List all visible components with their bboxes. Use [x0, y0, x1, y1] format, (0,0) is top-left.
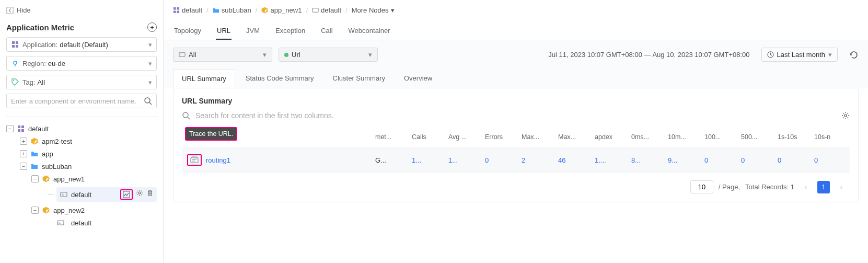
env-icon — [56, 219, 65, 227]
breadcrumb-item[interactable]: subLuban — [213, 6, 251, 14]
cell-apdex[interactable]: 1.... — [592, 154, 628, 166]
breadcrumb-more-nodes[interactable]: More Nodes ▾ — [352, 6, 395, 14]
tree-node-app-new2[interactable]: − app_new2 — [6, 204, 157, 216]
panel-search-placeholder[interactable]: Search for content in the first two colu… — [195, 111, 836, 120]
tree-node-apm2-test[interactable]: + apm2-test — [6, 135, 157, 147]
region-icon — [11, 59, 19, 67]
tab-call[interactable]: Call — [320, 22, 333, 40]
tree-node-subluban[interactable]: − subLuban — [6, 160, 157, 173]
tree-label: default — [71, 191, 91, 199]
svg-rect-15 — [57, 221, 64, 225]
collapse-icon[interactable]: − — [31, 175, 39, 182]
application-value: default (Default) — [60, 41, 148, 49]
cell-1s[interactable]: 0 — [774, 154, 811, 166]
col-apdex: apdex — [592, 131, 628, 143]
breadcrumb-item[interactable]: default — [312, 6, 341, 14]
cell-max1[interactable]: 2 — [518, 154, 555, 166]
add-metric-button[interactable]: + — [147, 22, 157, 32]
table-row: Trace the URL. routing1 G... 1... 1... 0… — [182, 147, 850, 173]
collapse-icon[interactable]: − — [31, 207, 39, 214]
time-picker[interactable]: Last Last month ▾ — [761, 48, 838, 62]
application-label: Application: — [22, 41, 57, 49]
cell-errors[interactable]: 0 — [482, 154, 518, 166]
col-avg: Avg ... — [445, 131, 482, 143]
svg-point-5 — [14, 61, 17, 64]
tree-label: subLuban — [42, 163, 72, 170]
breadcrumb-item[interactable]: default — [173, 6, 202, 14]
svg-point-24 — [844, 115, 847, 117]
trace-tooltip: Trace the URL. — [185, 127, 237, 141]
settings-button[interactable] — [136, 189, 143, 200]
breadcrumb-item[interactable]: app_new1 — [261, 6, 302, 14]
tab-webcontainer[interactable]: Webcontainer — [348, 22, 391, 40]
metric-select[interactable]: Url ▾ — [279, 48, 378, 62]
svg-point-23 — [183, 112, 188, 118]
prev-page-button[interactable]: ‹ — [800, 181, 812, 193]
cube-icon — [42, 175, 50, 183]
tree-node-default[interactable]: − default — [6, 122, 157, 135]
cell-10ms[interactable]: 9... — [665, 154, 701, 166]
tree-node-env-default-selected[interactable]: default — [6, 185, 157, 204]
tree-node-app[interactable]: + app — [6, 147, 157, 160]
breadcrumb-label: default — [321, 6, 341, 14]
cube-icon — [30, 137, 39, 145]
region-select[interactable]: Region: eu-de ▾ — [6, 56, 157, 71]
cell-500ms[interactable]: 0 — [738, 154, 774, 166]
collapse-icon[interactable]: − — [20, 163, 27, 170]
svg-rect-12 — [61, 192, 67, 197]
tree-node-app-new1[interactable]: − app_new1 — [6, 173, 157, 185]
env-icon — [60, 190, 68, 199]
divider — [6, 117, 157, 117]
page-size-input[interactable] — [690, 180, 713, 193]
cell-max2[interactable]: 46 — [555, 154, 592, 166]
svg-rect-11 — [21, 129, 24, 132]
tab-url[interactable]: URL — [216, 22, 232, 40]
trace-url-button[interactable] — [187, 154, 202, 166]
trace-icon — [190, 156, 199, 164]
svg-rect-0 — [7, 7, 13, 13]
subtab-overview[interactable]: Overview — [396, 69, 441, 88]
chevron-down-icon: ▾ — [828, 51, 832, 59]
cell-0ms[interactable]: 8... — [628, 154, 665, 166]
col-10ms: 10m... — [665, 131, 701, 143]
tab-topology[interactable]: Topology — [173, 22, 202, 40]
expand-icon[interactable]: + — [20, 150, 27, 157]
folder-icon — [213, 7, 219, 14]
svg-point-14 — [138, 192, 141, 194]
separator: / — [256, 6, 258, 14]
tag-label: Tag: — [22, 78, 36, 86]
view-topology-button[interactable] — [120, 189, 133, 200]
tag-select[interactable]: Tag: All ▾ — [6, 75, 157, 89]
refresh-icon — [849, 50, 859, 60]
tag-icon — [11, 78, 19, 86]
current-page[interactable]: 1 — [817, 181, 830, 193]
refresh-button[interactable] — [849, 50, 859, 60]
separator: / — [345, 6, 348, 14]
subtab-status-code[interactable]: Status Code Summary — [237, 69, 322, 88]
table-settings-button[interactable] — [841, 111, 850, 120]
cell-avg[interactable]: 1... — [445, 154, 482, 166]
cell-calls[interactable]: 1... — [409, 154, 445, 166]
tab-exception[interactable]: Exception — [274, 22, 306, 40]
delete-button[interactable] — [146, 189, 154, 200]
chevron-down-icon: ▾ — [368, 51, 372, 59]
url-link[interactable]: routing1 — [206, 156, 230, 164]
subtab-url-summary[interactable]: URL Summary — [173, 69, 235, 88]
hide-sidebar-button[interactable]: Hide — [6, 4, 157, 19]
instance-select[interactable]: All ▾ — [173, 48, 272, 62]
folder-icon — [30, 162, 39, 170]
next-page-button[interactable]: › — [835, 181, 848, 193]
svg-rect-3 — [12, 45, 15, 48]
tree-label: app_new2 — [53, 207, 85, 214]
subtab-cluster-summary[interactable]: Cluster Summary — [325, 69, 394, 88]
component-search-input[interactable] — [11, 97, 144, 105]
tree-node-env-default2[interactable]: default — [6, 216, 157, 229]
component-search[interactable] — [6, 94, 157, 108]
cell-10s[interactable]: 0 — [811, 154, 848, 166]
region-label: Region: — [22, 60, 46, 67]
collapse-icon[interactable]: − — [6, 125, 14, 132]
cell-100ms[interactable]: 0 — [701, 154, 738, 166]
expand-icon[interactable]: + — [20, 138, 27, 145]
application-select[interactable]: Application: default (Default) ▾ — [6, 37, 157, 52]
tab-jvm[interactable]: JVM — [245, 22, 261, 40]
